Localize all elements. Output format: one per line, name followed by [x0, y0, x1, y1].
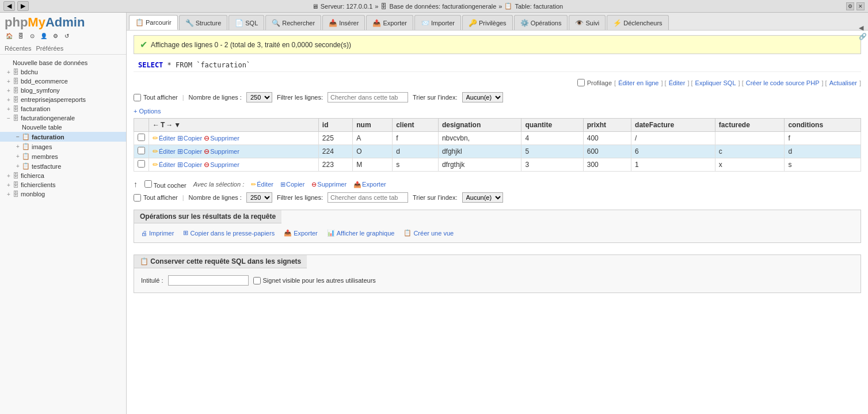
sql-rest: * FROM `facturation`: [167, 61, 251, 69]
trier-bottom-select[interactable]: Aucun(e): [462, 192, 503, 203]
filtrer-bottom-input[interactable]: [328, 192, 408, 203]
col-conditions[interactable]: conditions: [785, 119, 861, 132]
sidebar-item-fichierca[interactable]: + 🗄 fichierca: [0, 171, 126, 180]
col-datefacture[interactable]: dateFacture: [631, 119, 715, 132]
tab-declencheurs[interactable]: ⚡ Déclencheurs: [607, 15, 668, 30]
nombre-lignes-top-select[interactable]: 250 500: [246, 92, 272, 102]
exporter-ops-link[interactable]: 📤 Exporter: [284, 229, 318, 237]
creer-code-php-link[interactable]: Créer le code source PHP: [746, 79, 820, 86]
db-icon: 🗄: [13, 96, 19, 103]
afficher-graphique-link[interactable]: 📊 Afficher le graphique: [327, 229, 395, 237]
tout-afficher-bottom-checkbox[interactable]: [134, 194, 141, 202]
sidebar-item-blog-symfony[interactable]: + 🗄 blog_symfony: [0, 86, 126, 95]
trier-top-label: Trier sur l'index:: [413, 94, 458, 101]
expliquer-sql-link[interactable]: Expliquer SQL: [695, 79, 736, 86]
sidebar-item-fichierclients[interactable]: + 🗄 fichierclients: [0, 180, 126, 189]
imprimer-link[interactable]: 🖨 Imprimer: [141, 230, 174, 237]
delete-row-3[interactable]: ⊖ Supprimer: [204, 161, 239, 169]
sidebar-item-bdchu[interactable]: + 🗄 bdchu: [0, 67, 126, 77]
up-arrow[interactable]: ↑: [134, 180, 138, 189]
sidebar-item-facturation[interactable]: + 🗄 facturation: [0, 104, 126, 113]
editer-en-ligne-link[interactable]: Éditer en ligne: [618, 79, 658, 86]
col-quantite[interactable]: quantite: [521, 119, 583, 132]
edit-row-2[interactable]: ✏ Éditer: [153, 147, 176, 155]
sidebar-item-nouvelle-bdd[interactable]: Nouvelle base de données: [0, 58, 126, 67]
settings2-icon[interactable]: ⊙: [28, 31, 37, 40]
bookmark-body: Intitulé : Signet visible pour les autre…: [134, 268, 861, 293]
user-icon[interactable]: 👤: [39, 31, 48, 40]
refresh-icon[interactable]: ↺: [62, 31, 71, 40]
sidebar-item-images[interactable]: + 📋 images: [0, 142, 126, 151]
delete-row-1[interactable]: ⊖ Supprimer: [204, 134, 239, 142]
edit-row-3[interactable]: ✏ Éditer: [153, 161, 176, 169]
nombre-lignes-bottom-select[interactable]: 250: [246, 192, 272, 203]
nombre-lignes-top-label: Nombre de lignes :: [189, 94, 242, 101]
settings-icon[interactable]: ⚙: [846, 2, 854, 10]
copy-row-2[interactable]: ⊞ Copier: [177, 147, 202, 155]
tab-structure[interactable]: 🔧 Structure: [179, 15, 228, 30]
options-link[interactable]: + Options: [134, 108, 161, 115]
bottom-copier-link[interactable]: ⊞ Copier: [280, 181, 304, 188]
copy-row-3[interactable]: ⊞ Copier: [177, 161, 202, 169]
trier-top-select[interactable]: Aucun(e): [462, 92, 503, 102]
sort-dropdown[interactable]: ▼: [174, 121, 181, 129]
sidebar-item-entreprise[interactable]: + 🗄 entreprisejasperreports: [0, 95, 126, 104]
tab-sql[interactable]: 📄 SQL: [229, 15, 264, 30]
recentes-link[interactable]: Récentes: [5, 45, 31, 52]
home-icon[interactable]: 🏠: [5, 31, 14, 40]
col-designation[interactable]: designation: [438, 119, 521, 132]
preferences-link[interactable]: Préférées: [36, 45, 63, 52]
col-id[interactable]: id: [318, 119, 352, 132]
row-checkbox-1[interactable]: [134, 132, 149, 145]
bottom-editer-link[interactable]: ✏ Éditer: [251, 181, 273, 188]
tout-afficher-bottom-label[interactable]: Tout afficher: [134, 194, 178, 202]
tab-rechercher[interactable]: 🔍 Rechercher: [265, 15, 321, 30]
creer-vue-link[interactable]: 📋 Créer une vue: [403, 229, 454, 237]
sidebar-item-facturation-table[interactable]: − 📋 facturation: [0, 132, 126, 142]
row-checkbox-3[interactable]: [134, 158, 149, 172]
sidebar-item-monblog[interactable]: + 🗄 monblog: [0, 189, 126, 199]
sidebar-item-bdd-ecommerce[interactable]: + 🗄 bdd_ecommerce: [0, 77, 126, 86]
tab-exporter[interactable]: 📤 Exporter: [366, 15, 413, 30]
signet-checkbox[interactable]: [253, 277, 261, 284]
forward-button[interactable]: ▶: [17, 1, 29, 11]
bottom-exporter-link[interactable]: 📤 Exporter: [353, 181, 386, 188]
tout-cocher-checkbox[interactable]: [144, 180, 152, 188]
tout-cocher-label[interactable]: Tout cocher: [144, 180, 186, 189]
signet-label[interactable]: Signet visible pour les autres utilisate…: [253, 277, 376, 284]
copy-row-1[interactable]: ⊞ Copier: [177, 134, 202, 142]
actualiser-link[interactable]: Actualiser: [829, 79, 857, 86]
tab-inserer[interactable]: 📥 Insérer: [322, 15, 365, 30]
db-icon[interactable]: 🗄: [16, 31, 25, 40]
back-button[interactable]: ◀: [3, 1, 15, 11]
col-prixht[interactable]: prixht: [583, 119, 631, 132]
sidebar-item-testfacture[interactable]: + 📋 testfacture: [0, 161, 126, 171]
col-num[interactable]: num: [353, 119, 393, 132]
tout-afficher-top-checkbox[interactable]: [134, 94, 141, 101]
close-icon[interactable]: ✕: [856, 2, 865, 10]
edit-row-1[interactable]: ✏ Éditer: [153, 134, 176, 142]
col-facturede[interactable]: facturede: [715, 119, 785, 132]
row-checkbox-2[interactable]: [134, 145, 149, 158]
profilage-checkbox[interactable]: [577, 79, 585, 86]
left-arrow[interactable]: ←: [153, 121, 159, 129]
copier-presse-link[interactable]: ⊞ Copier dans le presse-papiers: [183, 229, 275, 237]
tab-parcourir[interactable]: 📋 Parcourir: [129, 15, 178, 30]
delete-row-2[interactable]: ⊖ Supprimer: [204, 147, 239, 155]
tab-operations[interactable]: ⚙️ Opérations: [514, 15, 568, 30]
tab-suivi[interactable]: 👁️ Suivi: [569, 15, 606, 30]
filtrer-top-input[interactable]: [328, 92, 408, 102]
pma-toolbar-icons: 🏠 🗄 ⊙ 👤 ⚙ ↺: [5, 31, 71, 40]
sidebar-item-membres[interactable]: + 📋 membres: [0, 151, 126, 161]
intitule-input[interactable]: [168, 275, 249, 286]
gear2-icon[interactable]: ⚙: [51, 31, 60, 40]
bottom-supprimer-link[interactable]: ⊖ Supprimer: [311, 181, 347, 188]
tout-afficher-top-label[interactable]: Tout afficher: [134, 94, 178, 101]
right-arrow[interactable]: →: [166, 121, 173, 129]
col-client[interactable]: client: [393, 119, 439, 132]
editer-link[interactable]: Éditer: [669, 79, 686, 86]
sidebar-item-facturationgenerale[interactable]: − 🗄 facturationgenerale: [0, 113, 126, 123]
tab-privileges[interactable]: 🔑 Privilèges: [462, 15, 513, 30]
tab-importer[interactable]: 📨 Importer: [414, 15, 461, 30]
sidebar-item-nouvelle-table[interactable]: Nouvelle table: [0, 123, 126, 132]
